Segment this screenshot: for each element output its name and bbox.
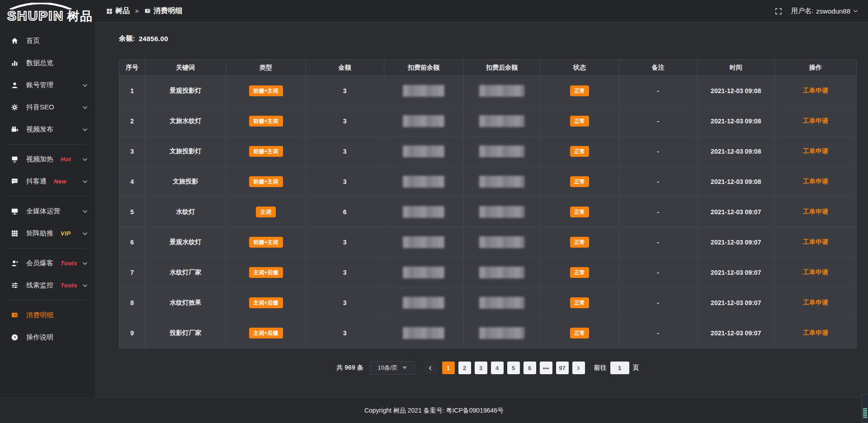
grid-icon bbox=[10, 229, 19, 238]
keyword-cell: 水纹灯 bbox=[145, 197, 226, 227]
sidebar-item-10[interactable]: 线索监控Tools bbox=[0, 274, 95, 296]
sidebar-item-5[interactable]: 视频加热Hot bbox=[0, 148, 95, 170]
header-right: 用户名: zswodun88 bbox=[775, 7, 858, 15]
work-order-link[interactable]: 工单申请 bbox=[803, 329, 828, 336]
amount-cell: 3 bbox=[306, 318, 384, 348]
sidebar-item-2[interactable]: 账号管理 bbox=[0, 74, 95, 96]
time-cell: 2021-12-03 09:08 bbox=[697, 76, 774, 106]
goto-page-input[interactable] bbox=[610, 362, 629, 374]
work-order-link[interactable]: 工单申请 bbox=[803, 147, 828, 155]
chevron-down-icon bbox=[82, 283, 88, 288]
sidebar-item-4[interactable]: 视频发布 bbox=[0, 118, 95, 141]
page-button-97[interactable]: 97 bbox=[556, 362, 569, 374]
prev-page-button[interactable] bbox=[424, 362, 437, 374]
remark-cell: - bbox=[619, 106, 697, 136]
username-value: zswodun88 bbox=[816, 7, 850, 15]
table-row: 7水纹灯厂家主词+后缀3正常-2021-12-03 09:07工单申请 bbox=[119, 258, 857, 288]
chevron-down-icon bbox=[82, 127, 88, 132]
user-menu[interactable]: 用户名: zswodun88 bbox=[791, 7, 858, 15]
divider bbox=[9, 144, 86, 145]
table-row: 3文旅投影灯前缀+主词3正常-2021-12-03 09:08工单申请 bbox=[119, 136, 857, 167]
table-row: 5水纹灯主词6正常-2021-12-03 09:07工单申请 bbox=[119, 197, 857, 227]
logo-text-en: SHUPIN bbox=[7, 9, 64, 23]
sidebar-item-8[interactable]: 矩阵助推VIP bbox=[0, 222, 95, 244]
gear-icon bbox=[10, 103, 19, 112]
type-badge: 前缀+主词 bbox=[249, 146, 283, 157]
sidebar-item-3[interactable]: 抖音SEO bbox=[0, 96, 95, 118]
sidebar-item-tag: Hot bbox=[61, 156, 71, 163]
sidebar-item-12[interactable]: ?操作说明 bbox=[0, 326, 95, 348]
svg-text:?: ? bbox=[13, 335, 16, 340]
work-order-link[interactable]: 工单申请 bbox=[803, 178, 828, 185]
work-order-link[interactable]: 工单申请 bbox=[803, 238, 828, 245]
sidebar-item-label: 操作说明 bbox=[26, 333, 53, 342]
monitor-icon bbox=[10, 207, 19, 216]
more-pages-button[interactable]: ••• bbox=[540, 362, 552, 374]
sidebar-item-11[interactable]: 消费明细 bbox=[0, 304, 95, 326]
amount-cell: 3 bbox=[306, 136, 384, 167]
divider bbox=[9, 300, 86, 301]
status-badge: 正常 bbox=[570, 297, 589, 308]
page-button-1[interactable]: 1 bbox=[442, 362, 455, 374]
sidebar-item-0[interactable]: 首页 bbox=[0, 30, 95, 52]
sidebar-item-tag: Tools bbox=[61, 260, 77, 267]
top-header: 树品 > 消费明细 用户名: zswodun88 bbox=[95, 0, 868, 23]
sliders-icon bbox=[10, 281, 19, 290]
column-header: 关键词 bbox=[145, 60, 226, 76]
screen-icon bbox=[10, 155, 19, 164]
username-label: 用户名: bbox=[791, 7, 813, 15]
main-content: 余额: 24856.00 序号关键词类型金额扣费前余额扣费后余额状态备注时间操作… bbox=[95, 23, 868, 398]
page-button-4[interactable]: 4 bbox=[491, 362, 504, 374]
page-size-select[interactable]: 10条/页 bbox=[370, 361, 415, 375]
fullscreen-icon[interactable] bbox=[775, 8, 782, 15]
amount-cell: 3 bbox=[306, 76, 384, 106]
type-badge: 前缀+主词 bbox=[249, 176, 283, 187]
time-cell: 2021-12-03 09:07 bbox=[697, 288, 774, 318]
wallet-icon bbox=[144, 8, 151, 14]
chevron-down-icon bbox=[82, 231, 88, 236]
work-order-link[interactable]: 工单申请 bbox=[803, 299, 828, 306]
breadcrumb-item-current[interactable]: 消费明细 bbox=[144, 6, 183, 16]
wallet-icon bbox=[10, 311, 19, 320]
work-order-link[interactable]: 工单申请 bbox=[803, 117, 828, 124]
row-index: 8 bbox=[119, 288, 145, 318]
status-badge: 正常 bbox=[570, 267, 589, 278]
masked-balance-before bbox=[403, 236, 444, 248]
keyword-cell: 水纹灯厂家 bbox=[145, 258, 226, 288]
chevron-down-icon bbox=[82, 179, 88, 184]
keyword-cell: 景观投影灯 bbox=[145, 76, 226, 106]
page-button-5[interactable]: 5 bbox=[507, 362, 520, 374]
table-row: 1景观投影灯前缀+主词3正常-2021-12-03 09:08工单申请 bbox=[119, 76, 857, 106]
work-order-link[interactable]: 工单申请 bbox=[803, 208, 828, 215]
dashboard-icon bbox=[106, 8, 113, 14]
sidebar-item-label: 首页 bbox=[26, 37, 40, 45]
next-page-button[interactable] bbox=[572, 362, 585, 374]
type-badge: 主词 bbox=[256, 207, 276, 217]
work-order-link[interactable]: 工单申请 bbox=[803, 268, 828, 276]
sidebar-item-label: 全媒体运营 bbox=[26, 207, 60, 216]
page-button-6[interactable]: 6 bbox=[524, 362, 536, 374]
time-cell: 2021-12-03 09:07 bbox=[697, 258, 774, 288]
breadcrumb-item-home[interactable]: 树品 bbox=[106, 6, 130, 16]
masked-balance-before bbox=[403, 85, 444, 97]
column-header: 备注 bbox=[619, 60, 697, 76]
table-row: 4文旅投影前缀+主词3正常-2021-12-03 09:08工单申请 bbox=[119, 167, 857, 197]
sidebar-item-tag: New bbox=[54, 178, 66, 185]
page-button-2[interactable]: 2 bbox=[458, 362, 471, 374]
sidebar-item-6[interactable]: 抖客通New bbox=[0, 170, 95, 193]
sidebar-item-7[interactable]: 全媒体运营 bbox=[0, 200, 95, 222]
keyword-cell: 景观水纹灯 bbox=[145, 227, 226, 258]
balance: 余额: 24856.00 bbox=[119, 34, 857, 43]
row-index: 7 bbox=[119, 258, 145, 288]
remark-cell: - bbox=[619, 258, 697, 288]
logo-text-cn: 树品 bbox=[67, 10, 93, 23]
remark-cell: - bbox=[619, 136, 697, 167]
page-button-3[interactable]: 3 bbox=[475, 362, 487, 374]
sidebar-item-label: 数据总览 bbox=[26, 59, 53, 67]
breadcrumb-separator: > bbox=[135, 8, 139, 14]
work-order-link[interactable]: 工单申请 bbox=[803, 87, 828, 94]
sidebar-item-1[interactable]: 数据总览 bbox=[0, 52, 95, 74]
sidebar-item-9[interactable]: 会员爆客Tools bbox=[0, 252, 95, 274]
edge-widget-stripes bbox=[863, 408, 867, 418]
masked-balance-after bbox=[479, 176, 524, 188]
